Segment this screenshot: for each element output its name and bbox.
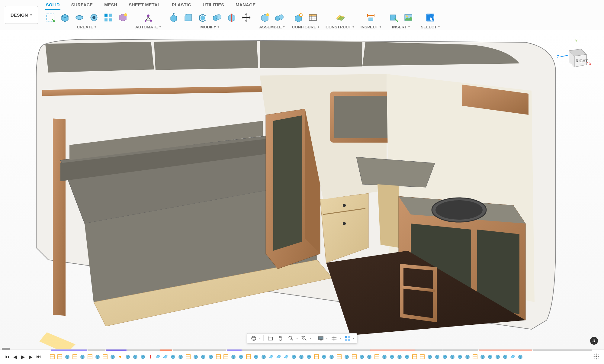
hole-icon[interactable] — [88, 11, 100, 24]
new-component-icon[interactable] — [259, 11, 271, 24]
timeline-op-plane[interactable] — [283, 353, 290, 360]
fillet-icon[interactable] — [182, 11, 194, 24]
insert-image-icon[interactable] — [402, 11, 415, 24]
look-at-icon[interactable] — [266, 335, 275, 342]
press-pull-icon[interactable] — [167, 11, 180, 24]
timeline-op-body[interactable] — [200, 353, 207, 360]
timeline-op-sketch[interactable] — [351, 353, 358, 360]
timeline-op-body[interactable] — [207, 353, 214, 360]
timeline-op-body[interactable] — [94, 353, 101, 360]
feedback-badge-icon[interactable]: a — [590, 337, 598, 345]
timeline-op-body[interactable] — [124, 353, 131, 360]
timeline-op-sketch[interactable] — [419, 353, 426, 360]
timeline-op-body[interactable] — [366, 353, 373, 360]
emboss-icon[interactable] — [117, 11, 129, 24]
viewport-3d[interactable]: Y Z X RIGHT ▼ ▼ ▼ ▼ ▼ ▼ a — [0, 30, 604, 349]
timeline-op-sketch[interactable] — [472, 353, 478, 360]
sketch-icon[interactable] — [44, 11, 57, 24]
timeline-op-body[interactable] — [517, 353, 524, 360]
tab-solid[interactable]: SOLID — [45, 1, 60, 10]
view-cube[interactable]: Y Z X RIGHT — [556, 39, 593, 75]
timeline-op-body[interactable] — [449, 353, 456, 360]
timeline-op-body[interactable] — [177, 353, 184, 360]
tab-utilities[interactable]: UTILITIES — [202, 1, 225, 10]
orbit-icon[interactable] — [249, 335, 258, 342]
timeline-op-body[interactable] — [79, 353, 86, 360]
timeline-op-sketch[interactable] — [102, 353, 108, 360]
select-icon[interactable] — [424, 11, 437, 24]
timeline-op-body[interactable] — [487, 353, 493, 360]
workspace-switcher[interactable]: DESIGN ▼ — [5, 6, 38, 24]
timeline-op-sketch[interactable] — [72, 353, 78, 360]
extrude-icon[interactable] — [59, 11, 71, 24]
timeline-op-pin[interactable] — [147, 353, 154, 360]
timeline-op-body[interactable] — [457, 353, 463, 360]
timeline-op-body[interactable] — [260, 353, 267, 360]
timeline-op-body[interactable] — [464, 353, 471, 360]
split-icon[interactable] — [225, 11, 238, 24]
timeline-op-body[interactable] — [389, 353, 395, 360]
timeline-op-sketch[interactable] — [245, 353, 252, 360]
tab-manage[interactable]: MANAGE — [235, 1, 256, 10]
timeline-op-sketch[interactable] — [56, 353, 63, 360]
insert-derive-icon[interactable] — [387, 11, 400, 24]
tab-sheet-metal[interactable]: SHEET METAL — [128, 1, 161, 10]
group-modify[interactable]: MODIFY▼ — [200, 25, 219, 29]
timeline-op-sketch[interactable] — [411, 353, 418, 360]
timeline-op-body[interactable] — [328, 353, 335, 360]
timeline-op-body[interactable] — [291, 353, 297, 360]
revolve-icon[interactable] — [73, 11, 86, 24]
combine-icon[interactable] — [211, 11, 223, 24]
timeline-op-body[interactable] — [192, 353, 199, 360]
group-configure[interactable]: CONFIGURE▼ — [292, 25, 320, 29]
timeline-op-plane[interactable] — [275, 353, 282, 360]
joint-icon[interactable] — [273, 11, 286, 24]
timeline-op-body[interactable] — [479, 353, 486, 360]
timeline-op-body[interactable] — [132, 353, 139, 360]
timeline-op-plane[interactable] — [509, 353, 516, 360]
timeline-op-body[interactable] — [381, 353, 388, 360]
group-insert[interactable]: INSERT▼ — [392, 25, 410, 29]
timeline-op-sketch[interactable] — [215, 353, 222, 360]
tab-plastic[interactable]: PLASTIC — [171, 1, 192, 10]
timeline-op-sketch[interactable] — [87, 353, 93, 360]
automate-icon[interactable] — [142, 11, 155, 24]
timeline-op-body[interactable] — [358, 353, 365, 360]
timeline-op-plane[interactable] — [162, 353, 169, 360]
timeline-play[interactable]: ▶ — [19, 353, 27, 360]
timeline-op-body[interactable] — [298, 353, 305, 360]
timeline-op-body[interactable] — [442, 353, 448, 360]
timeline-op-body[interactable] — [343, 353, 350, 360]
timeline-op-body[interactable] — [109, 353, 116, 360]
move-icon[interactable] — [240, 11, 252, 24]
timeline-op-body[interactable] — [230, 353, 237, 360]
timeline-op-body[interactable] — [64, 353, 71, 360]
timeline-drag-handle[interactable] — [2, 348, 10, 350]
timeline-op-body[interactable] — [502, 353, 509, 360]
display-settings-icon[interactable] — [316, 335, 325, 342]
timeline-op-body[interactable] — [494, 353, 501, 360]
group-select[interactable]: SELECT▼ — [421, 25, 440, 29]
grid-icon[interactable] — [330, 335, 338, 342]
timeline-op-body[interactable] — [170, 353, 176, 360]
timeline-op-point[interactable] — [117, 353, 124, 360]
timeline-op-body[interactable] — [238, 353, 244, 360]
measure-icon[interactable] — [365, 11, 377, 24]
group-assemble[interactable]: ASSEMBLE▼ — [259, 25, 285, 29]
group-inspect[interactable]: INSPECT▼ — [361, 25, 381, 29]
timeline-op-body[interactable] — [140, 353, 146, 360]
timeline-op-sketch[interactable] — [313, 353, 320, 360]
group-construct[interactable]: CONSTRUCT▼ — [326, 25, 355, 29]
timeline-step-back[interactable]: ◀ — [11, 353, 19, 360]
timeline-op-sketch[interactable] — [49, 353, 56, 360]
timeline-to-end[interactable]: ⏭ — [35, 353, 42, 360]
timeline-op-sketch[interactable] — [374, 353, 380, 360]
viewports-icon[interactable] — [343, 335, 352, 342]
zoom-window-icon[interactable] — [300, 335, 308, 342]
shell-icon[interactable] — [196, 11, 209, 24]
table-icon[interactable] — [307, 11, 319, 24]
timeline-op-plane[interactable] — [268, 353, 275, 360]
timeline-op-body[interactable] — [434, 353, 441, 360]
zoom-icon[interactable] — [287, 335, 295, 342]
timeline-op-body[interactable] — [321, 353, 327, 360]
